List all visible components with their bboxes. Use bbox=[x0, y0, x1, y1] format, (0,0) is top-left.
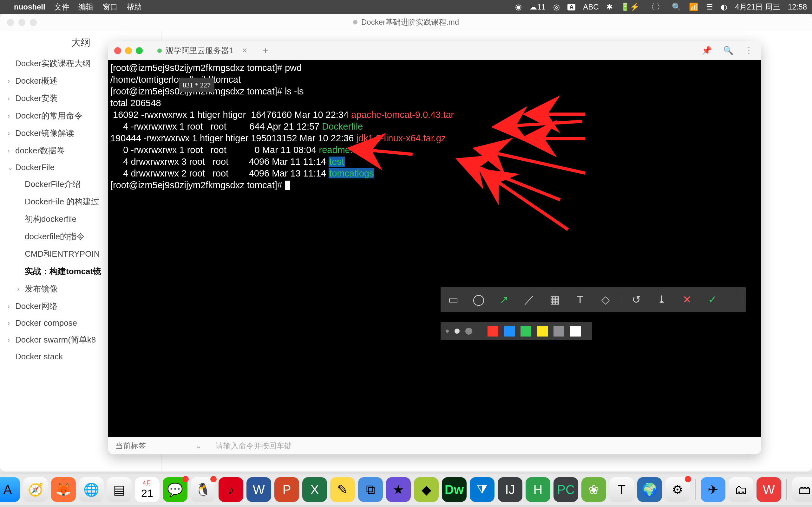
dock-word[interactable]: W bbox=[247, 477, 271, 502]
outline-label: Docker swarm(简单k8 bbox=[15, 334, 96, 345]
dock-wechat[interactable]: 💬 bbox=[163, 477, 188, 502]
dock-appstore[interactable]: A bbox=[0, 477, 20, 502]
dock-music[interactable]: ♪ bbox=[218, 477, 243, 502]
selection-size-badge: 831 * 227 bbox=[179, 78, 214, 92]
size-small[interactable] bbox=[446, 330, 449, 333]
terminal-traffic-lights[interactable] bbox=[114, 47, 143, 54]
record-icon[interactable]: ◉ bbox=[515, 3, 522, 11]
menubar-time[interactable]: 12:58 bbox=[788, 3, 807, 11]
macos-menubar: nuoshell 文件 编辑 窗口 帮助 ◉ ☁ 11 ◎ A ABC ✱ 🔋⚡… bbox=[0, 0, 812, 14]
dock-firefox[interactable]: 🦊 bbox=[51, 477, 76, 502]
maximize-icon[interactable] bbox=[136, 47, 143, 54]
color-blue[interactable] bbox=[504, 326, 515, 337]
menu-help[interactable]: 帮助 bbox=[126, 2, 142, 12]
dock-chrome[interactable]: 🌐 bbox=[79, 477, 104, 502]
pin-icon[interactable]: 📌 bbox=[697, 46, 716, 55]
outline-label: DockerFile bbox=[15, 163, 55, 172]
tool-confirm[interactable]: ✓ bbox=[700, 287, 725, 312]
dock-text[interactable]: T bbox=[609, 477, 634, 502]
color-red[interactable] bbox=[488, 326, 498, 337]
menu-edit[interactable]: 编辑 bbox=[78, 2, 94, 12]
terminal-line: 4 drwxrwxrwx 3 root root 4096 Mar 11 11:… bbox=[110, 156, 759, 168]
modified-dot-icon bbox=[353, 20, 357, 24]
dock-spring[interactable]: ❀ bbox=[581, 477, 606, 502]
dock-utility1[interactable]: ✎ bbox=[330, 477, 355, 502]
tool-tag[interactable]: ◇ bbox=[593, 287, 618, 312]
chevron-down-icon: ⌄ bbox=[8, 164, 15, 171]
tool-cancel[interactable]: ✕ bbox=[674, 287, 700, 312]
terminal-line: 4 drwxrwxrwx 2 root root 4096 Mar 13 11:… bbox=[110, 168, 759, 179]
dock-hbuilder[interactable]: H bbox=[525, 477, 550, 502]
dock-lark[interactable]: ✈ bbox=[701, 477, 725, 502]
app-name[interactable]: nuoshell bbox=[14, 3, 45, 11]
outline-label: Docker网络 bbox=[15, 301, 58, 312]
color-white[interactable] bbox=[570, 326, 581, 337]
minimize-icon[interactable] bbox=[125, 47, 132, 54]
command-input[interactable]: 请输入命令并按回车键 bbox=[209, 441, 761, 451]
dock-folders[interactable]: 🗂 bbox=[728, 477, 753, 502]
chevron-right-icon: › bbox=[8, 320, 15, 327]
siri-icon[interactable]: ◐ bbox=[721, 3, 727, 11]
dock-launchpad[interactable]: ▤ bbox=[107, 477, 132, 502]
tag-dropdown[interactable]: 当前标签⌄ bbox=[108, 441, 209, 451]
dock-pycharm[interactable]: PC bbox=[554, 477, 578, 502]
tab-close-icon[interactable]: ✕ bbox=[242, 47, 247, 55]
tool-rect[interactable]: ▭ bbox=[441, 287, 466, 312]
size-medium[interactable] bbox=[455, 329, 460, 334]
dock-intellij[interactable]: IJ bbox=[498, 477, 522, 502]
close-icon[interactable] bbox=[114, 47, 121, 54]
tool-line[interactable]: ／ bbox=[517, 287, 542, 312]
terminal-tab[interactable]: 观学阿里云服务器1 ✕ bbox=[151, 43, 254, 58]
annotation-toolbar: ▭ ◯ ↗ ／ ▦ T ◇ ↺ ⤓ ✕ ✓ bbox=[441, 287, 746, 312]
size-large[interactable] bbox=[465, 328, 472, 335]
tool-circle[interactable]: ◯ bbox=[466, 287, 491, 312]
outline-label: Docker的常用命令 bbox=[15, 110, 83, 121]
dock-calendar[interactable]: 4月21 bbox=[135, 477, 159, 502]
more-icon[interactable]: ⋮ bbox=[740, 46, 757, 55]
editor-traffic-lights[interactable] bbox=[7, 19, 37, 26]
battery-icon[interactable]: 🔋⚡ bbox=[620, 3, 640, 11]
dock-dreamweaver[interactable]: Dw bbox=[442, 477, 467, 502]
dev-icon[interactable]: 〈 〉 bbox=[647, 2, 664, 12]
search-icon[interactable]: 🔍 bbox=[719, 46, 738, 55]
input-method[interactable]: A bbox=[567, 4, 575, 10]
outline-label: Docker compose bbox=[15, 318, 77, 328]
bluetooth-icon[interactable]: ✱ bbox=[606, 3, 613, 11]
dock-excel[interactable]: X bbox=[302, 477, 327, 502]
cc-icon[interactable]: ◎ bbox=[553, 3, 560, 11]
dock-browser2[interactable]: 🌍 bbox=[637, 477, 662, 502]
dock-downloads[interactable]: 🗃 bbox=[792, 477, 812, 502]
dock-vscode[interactable]: ⧩ bbox=[470, 477, 495, 502]
tool-mosaic[interactable]: ▦ bbox=[542, 287, 567, 312]
dock-safari[interactable]: 🧭 bbox=[23, 477, 48, 502]
chevron-right-icon: › bbox=[8, 147, 15, 154]
dock-powerpoint[interactable]: P bbox=[274, 477, 299, 502]
dock-android[interactable]: ◆ bbox=[414, 477, 439, 502]
control-center-icon[interactable]: ☰ bbox=[706, 3, 713, 11]
chevron-right-icon: › bbox=[17, 285, 25, 292]
menu-file[interactable]: 文件 bbox=[54, 2, 69, 12]
wechat-status-icon[interactable]: ☁ 11 bbox=[529, 3, 546, 11]
menu-window[interactable]: 窗口 bbox=[102, 2, 118, 12]
color-green[interactable] bbox=[520, 326, 531, 337]
terminal-body[interactable]: 831 * 227 [root@izm5ej9s0zijym2fkmgsdxz … bbox=[108, 60, 761, 437]
outline-label: dockerfile的指令 bbox=[25, 231, 85, 242]
new-tab-button[interactable]: ＋ bbox=[256, 44, 275, 57]
outline-label: DockerFile 的构建过 bbox=[25, 196, 99, 207]
dock-star[interactable]: ★ bbox=[386, 477, 411, 502]
dock-screenshot[interactable]: ⧉ bbox=[358, 477, 383, 502]
color-yellow[interactable] bbox=[537, 326, 548, 337]
ime-label[interactable]: ABC bbox=[583, 3, 599, 11]
menubar-date[interactable]: 4月21日 周三 bbox=[735, 2, 780, 12]
tool-text[interactable]: T bbox=[567, 287, 593, 312]
color-gray[interactable] bbox=[554, 326, 564, 337]
tool-undo[interactable]: ↺ bbox=[623, 287, 649, 312]
dock-qq[interactable]: 🐧 bbox=[191, 477, 215, 502]
wifi-icon[interactable]: 📶 bbox=[689, 3, 699, 11]
outline-label: Docker镜像解读 bbox=[15, 128, 74, 139]
tool-arrow[interactable]: ↗ bbox=[491, 287, 517, 312]
tool-save[interactable]: ⤓ bbox=[649, 287, 674, 312]
dock-wps[interactable]: W bbox=[757, 477, 781, 502]
dock-settings[interactable]: ⚙ bbox=[665, 477, 690, 502]
spotlight-icon[interactable]: 🔍 bbox=[672, 3, 681, 11]
